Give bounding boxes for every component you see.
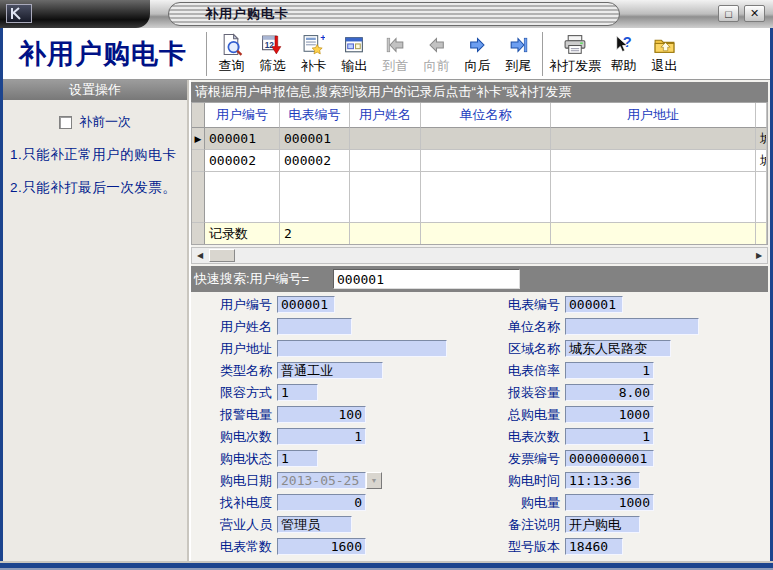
meter-id-field[interactable]: 000001 [565, 296, 623, 313]
invoice-number-field[interactable]: 0000000001 [565, 450, 654, 467]
scroll-left-icon[interactable]: ◀ [192, 248, 208, 263]
area-name-field[interactable]: 城东人民路变 [565, 340, 671, 357]
quick-search-input[interactable] [333, 269, 520, 289]
meter-constant-field[interactable]: 1600 [277, 538, 366, 555]
form-row-model-version: 型号版本18460 [479, 538, 699, 555]
grid-cell[interactable]: 000002 [280, 150, 350, 172]
form-row-compensation-power: 找补电度0 [191, 494, 447, 511]
meter-count-label: 电表次数 [479, 428, 565, 446]
grid-cell[interactable] [421, 128, 551, 150]
grid-cell[interactable] [551, 150, 756, 172]
maximize-button[interactable]: □ [718, 5, 739, 22]
table-row[interactable]: ▶000001000001城 [192, 128, 767, 150]
grid-horizontal-scrollbar[interactable]: ◀ ▶ [191, 247, 768, 264]
purchase-date-field[interactable]: 2013-05-25 [277, 472, 366, 489]
current-row-indicator-icon: ▶ [192, 128, 205, 150]
grid-empty-cell [421, 172, 551, 223]
row-indicator [192, 150, 205, 172]
model-version-field[interactable]: 18460 [565, 538, 623, 555]
scroll-right-icon[interactable]: ▶ [751, 248, 767, 263]
purchase-time-field[interactable]: 11:13:36 [565, 472, 640, 489]
purchase-status-field[interactable]: 1 [277, 450, 318, 467]
meter-count-field[interactable]: 1 [565, 428, 654, 445]
purchase-amount-label: 购电量 [479, 494, 565, 512]
installed-capacity-field[interactable]: 8.00 [565, 384, 654, 401]
grid-cell[interactable]: 000001 [280, 128, 350, 150]
user-id-field[interactable]: 000001 [277, 296, 335, 313]
checkbox-icon[interactable] [59, 116, 72, 129]
grid-cell[interactable]: 000002 [205, 150, 280, 172]
titlebar-pill: 补用户购电卡 [168, 2, 620, 26]
invoice-number-label: 发票编号 [479, 450, 565, 468]
toolbar-button-label: 查询 [219, 58, 245, 74]
form-row-purchase-amount: 购电量1000 [479, 494, 699, 511]
grid-empty-cell [280, 172, 350, 223]
meter-ratio-field[interactable]: 1 [565, 362, 654, 379]
grid-column-header: 用户地址 [551, 103, 756, 128]
toolbar-button-help[interactable]: ?帮助 [603, 32, 644, 74]
grid-footer-cell [756, 223, 767, 245]
grid-cell[interactable] [421, 150, 551, 172]
toolbar-button-filter[interactable]: 12筛选 [252, 32, 293, 74]
grid-cell[interactable]: 城 [756, 128, 767, 150]
toolbar-button-go-next[interactable]: 向后 [457, 32, 498, 74]
alarm-power-field[interactable]: 100 [277, 406, 366, 423]
row-indicator [192, 223, 205, 245]
grid-cell[interactable]: 000001 [205, 128, 280, 150]
redo-previous-checkbox-row[interactable]: 补前一次 [3, 113, 187, 131]
remark-field[interactable]: 开户购电 [565, 516, 640, 533]
compensation-power-field[interactable]: 0 [277, 494, 366, 511]
toolbar-button-label: 到首 [383, 58, 409, 74]
quick-search-bar: 快速搜索:用户编号= [191, 266, 768, 292]
grid-cell[interactable] [350, 150, 421, 172]
record-count-value: 2 [280, 223, 350, 245]
form-row-purchase-time: 购电时间11:13:36 [479, 472, 699, 489]
purchase-count-field[interactable]: 1 [277, 428, 366, 445]
grid-empty-cell [350, 172, 421, 223]
total-purchased-field[interactable]: 1000 [565, 406, 654, 423]
toolbar-button-label: 向前 [424, 58, 450, 74]
page-title: 补用户购电卡 [3, 36, 203, 72]
window-title: 补用户购电卡 [205, 5, 289, 23]
form-row-meter-ratio: 电表倍率1 [479, 362, 699, 379]
grid-empty-cell [551, 172, 756, 223]
toolbar-button-go-last[interactable]: 到尾 [498, 32, 539, 74]
sidebar-note-2: 2.只能补打最后一次发票。 [3, 179, 187, 197]
grid-cell[interactable] [350, 128, 421, 150]
user-data-grid[interactable]: 用户编号电表编号用户姓名单位名称用户地址▶000001000001城000002… [191, 102, 768, 245]
purchase-date-dropdown-icon[interactable]: ▼ [366, 472, 382, 489]
meter-id-label: 电表编号 [479, 296, 565, 314]
form-row-operator: 营业人员管理员 [191, 516, 447, 533]
unit-name-field[interactable] [565, 318, 699, 335]
form-row-area-name: 区域名称城东人民路变 [479, 340, 699, 357]
user-address-field[interactable] [277, 340, 447, 357]
scrollbar-thumb[interactable] [209, 249, 235, 262]
toolbar-button-replace-card[interactable]: +补卡 [293, 32, 334, 74]
close-button[interactable]: ✕ [744, 5, 765, 22]
total-purchased-label: 总购电量 [479, 406, 565, 424]
grid-cell[interactable]: 城 [756, 150, 767, 172]
operator-field[interactable]: 管理员 [277, 516, 352, 533]
toolbar-button-label: 到尾 [506, 58, 532, 74]
title-bar[interactable]: 补用户购电卡 □ ✕ [0, 0, 773, 28]
toolbar-button-exit[interactable]: 退出 [644, 32, 685, 74]
toolbar-button-query[interactable]: 查询 [211, 32, 252, 74]
area-name-label: 区域名称 [479, 340, 565, 358]
purchase-date-label: 购电日期 [191, 472, 277, 490]
type-name-field[interactable]: 普通工业 [277, 362, 383, 379]
grid-empty-cell [192, 172, 205, 223]
toolbar-button-reprint-invoice[interactable]: 补打发票 [547, 32, 603, 74]
toolbar-button-export[interactable]: 输出 [334, 32, 375, 74]
grid-cell[interactable] [551, 128, 756, 150]
table-row[interactable]: 000002000002城 [192, 150, 767, 172]
capacity-limit-field[interactable]: 1 [277, 384, 318, 401]
window-border-left [0, 28, 3, 570]
toolbar-button-label: 向后 [465, 58, 491, 74]
grid-column-header: 用户编号 [205, 103, 280, 128]
toolbar-separator [206, 32, 208, 76]
user-name-field[interactable] [277, 318, 352, 335]
purchase-amount-field[interactable]: 1000 [565, 494, 654, 511]
first-icon [384, 32, 407, 58]
toolbar-separator [542, 32, 544, 76]
toolbar-button-label: 帮助 [611, 58, 637, 74]
